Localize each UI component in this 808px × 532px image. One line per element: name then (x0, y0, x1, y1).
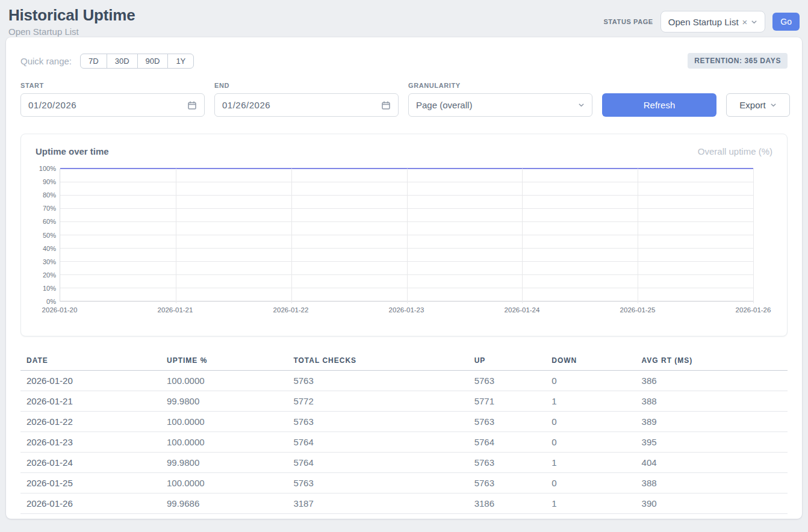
quick-range-label: Quick range: (20, 56, 72, 66)
table-cell: 2026-01-23 (20, 432, 161, 453)
start-date-field-group: START 01/20/2026 (20, 82, 205, 117)
top-header: Historical Uptime Open Startup List STAT… (0, 0, 808, 37)
vertical-gridline (638, 169, 638, 303)
quick-range-row: Quick range: 7D30D90D1Y RETENTION: 365 D… (20, 53, 788, 69)
uptime-table-body: 2026-01-20100.00005763576303862026-01-21… (20, 371, 788, 514)
y-axis-tick-label: 40% (43, 245, 56, 252)
table-cell: 5772 (287, 391, 468, 412)
table-column-header: DATE (20, 351, 161, 371)
start-date-value: 01/20/2026 (28, 100, 76, 110)
x-axis-tick-label: 2026-01-25 (620, 306, 656, 314)
table-row: 2026-01-20100.0000576357630386 (20, 371, 788, 391)
table-column-header: AVG RT (MS) (636, 351, 788, 371)
table-cell: 5763 (468, 473, 546, 493)
table-cell: 2026-01-25 (20, 473, 161, 493)
chart-legend: Overall uptime (%) (698, 146, 772, 156)
table-row: 2026-01-2499.9800576457631404 (20, 453, 788, 473)
refresh-button[interactable]: Refresh (602, 93, 716, 117)
quick-range-button-30d[interactable]: 30D (107, 54, 138, 69)
table-row: 2026-01-2699.9686318731861390 (20, 493, 788, 514)
table-cell: 5763 (287, 371, 468, 391)
granularity-label: GRANULARITY (408, 82, 592, 89)
y-axis-tick-label: 30% (43, 258, 56, 265)
clear-selection-icon[interactable]: × (742, 17, 748, 27)
granularity-field-group: GRANULARITY Page (overall) (408, 82, 592, 117)
table-cell: 100.0000 (161, 412, 287, 432)
table-cell: 5763 (468, 412, 546, 432)
chevron-down-icon (578, 102, 585, 108)
main-panel: Quick range: 7D30D90D1Y RETENTION: 365 D… (6, 37, 802, 519)
calendar-icon[interactable] (187, 101, 197, 110)
quick-range-button-1y[interactable]: 1Y (167, 54, 194, 69)
retention-badge: RETENTION: 365 DAYS (688, 53, 788, 69)
export-button-label: Export (739, 100, 765, 110)
table-cell: 100.0000 (161, 432, 287, 453)
page-subtitle: Open Startup List (8, 26, 135, 37)
table-cell: 99.9800 (161, 453, 287, 473)
start-date-label: START (20, 82, 205, 89)
vertical-gridline (291, 169, 292, 303)
table-cell: 99.9800 (161, 391, 287, 412)
chart-title: Uptime over time (36, 146, 109, 156)
table-cell: 1 (545, 453, 635, 473)
table-cell: 0 (545, 371, 635, 391)
go-button[interactable]: Go (772, 13, 800, 31)
vertical-gridline (753, 169, 754, 303)
uptime-table: DATEUPTIME %TOTAL CHECKSUPDOWNAVG RT (MS… (20, 351, 788, 514)
y-axis-tick-label: 80% (43, 191, 56, 199)
quick-range-button-90d[interactable]: 90D (137, 54, 169, 69)
table-cell: 386 (636, 371, 788, 391)
header-titles: Historical Uptime Open Startup List (8, 6, 135, 37)
chart-plot (60, 169, 753, 302)
y-axis-tick-label: 0% (46, 298, 56, 305)
table-cell: 2026-01-26 (20, 493, 161, 514)
table-cell: 99.9686 (161, 493, 287, 514)
x-axis-tick-label: 2026-01-24 (505, 306, 540, 314)
chart-x-axis: 2026-01-202026-01-212026-01-222026-01-23… (60, 306, 753, 320)
table-cell: 404 (636, 453, 788, 473)
y-axis-tick-label: 20% (43, 271, 56, 279)
y-axis-tick-label: 70% (43, 205, 56, 212)
y-axis-tick-label: 50% (43, 232, 56, 239)
table-column-header: UPTIME % (161, 351, 287, 371)
table-cell: 5763 (468, 453, 546, 473)
table-cell: 3187 (287, 493, 468, 514)
table-cell: 5764 (287, 453, 468, 473)
table-header-row: DATEUPTIME %TOTAL CHECKSUPDOWNAVG RT (MS… (20, 351, 788, 371)
chart-header: Uptime over time Overall uptime (%) (36, 146, 772, 156)
chart-plot-wrap: 2026-01-202026-01-212026-01-222026-01-23… (60, 169, 753, 320)
uptime-chart-card: Uptime over time Overall uptime (%) 100%… (20, 134, 788, 336)
table-cell: 5764 (287, 432, 468, 453)
export-button[interactable]: Export (726, 93, 790, 117)
vertical-gridline (522, 169, 523, 303)
table-cell: 2026-01-22 (20, 412, 161, 432)
chevron-down-icon (770, 102, 777, 108)
vertical-gridline (407, 169, 408, 303)
status-page-select[interactable]: Open Startup List × (660, 11, 766, 32)
table-cell: 5764 (468, 432, 546, 453)
y-axis-tick-label: 100% (39, 165, 56, 172)
table-cell: 0 (545, 412, 635, 432)
calendar-icon[interactable] (381, 101, 391, 110)
table-column-header: TOTAL CHECKS (287, 351, 468, 371)
y-axis-tick-label: 90% (43, 178, 56, 185)
chevron-down-icon (751, 19, 757, 25)
table-cell: 390 (636, 493, 788, 514)
status-page-select-value: Open Startup List (668, 17, 739, 27)
end-date-value: 01/26/2026 (222, 100, 270, 110)
table-cell: 5763 (287, 473, 468, 493)
table-row: 2026-01-25100.0000576357630388 (20, 473, 788, 493)
start-date-input[interactable]: 01/20/2026 (20, 93, 205, 117)
x-axis-tick-label: 2026-01-23 (389, 306, 424, 314)
table-cell: 1 (545, 391, 635, 412)
quick-range-button-7d[interactable]: 7D (80, 54, 107, 69)
table-cell: 388 (636, 391, 788, 412)
table-cell: 2026-01-21 (20, 391, 161, 412)
end-date-input[interactable]: 01/26/2026 (214, 93, 399, 117)
end-date-field-group: END 01/26/2026 (214, 82, 399, 117)
table-cell: 5763 (468, 371, 546, 391)
x-axis-tick-label: 2026-01-26 (736, 306, 771, 314)
table-cell: 1 (545, 493, 635, 514)
header-controls: STATUS PAGE Open Startup List × Go (603, 11, 800, 32)
granularity-select[interactable]: Page (overall) (408, 93, 592, 117)
